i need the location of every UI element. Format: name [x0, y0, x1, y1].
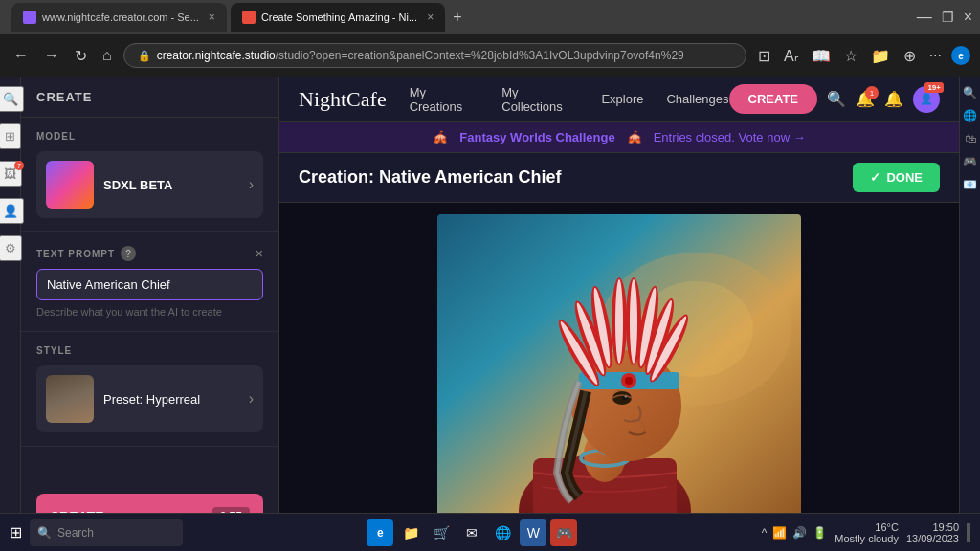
taskbar-edge[interactable]: e [367, 519, 393, 546]
start-button[interactable]: ⊞ [10, 523, 22, 541]
tray-network[interactable]: 📶 [772, 526, 787, 540]
app-container: 🔍 ⊞ 🖼 7 👤 ⚙ CREATE MODEL SDXL BETA › [0, 77, 980, 551]
tray-arrow[interactable]: ^ [762, 526, 768, 540]
system-tray-icons: ^ 📶 🔊 🔋 [762, 526, 828, 540]
model-thumbnail [46, 161, 94, 209]
header-bell-button[interactable]: 🔔 [884, 90, 903, 108]
model-card[interactable]: SDXL BETA › [36, 151, 263, 218]
read-aloud-button[interactable]: 📖 [808, 43, 835, 69]
sidebar-grid-button[interactable]: ⊞ [0, 123, 21, 149]
sidebar-search-button[interactable]: 🔍 [0, 86, 24, 112]
favorites-button[interactable]: ☆ [840, 43, 861, 69]
taskbar-search-label[interactable]: Search [57, 526, 94, 540]
nav-my-creations[interactable]: My Creations [410, 85, 479, 114]
style-thumbnail [46, 375, 94, 423]
browser-tab-1[interactable]: www.nightcafe.creator.com - Se... × [11, 3, 227, 32]
svg-point-24 [615, 279, 623, 364]
tab1-label: www.nightcafe.creator.com - Se... [42, 11, 199, 23]
notification-count: 1 [865, 86, 879, 99]
right-sidebar-search[interactable]: 🔍 [963, 86, 977, 99]
close-icon[interactable]: × [964, 9, 972, 26]
weather-temp: 16°C [835, 521, 899, 533]
taskbar-search[interactable]: 🔍 Search [30, 519, 183, 546]
sidebar-image-button[interactable]: 🖼 7 [0, 161, 22, 187]
header-right: CREATE 🔍 🔔 1 🔔 👤 19+ [729, 84, 940, 114]
forward-button[interactable]: → [40, 43, 63, 68]
taskbar: ⊞ 🔍 Search e 📁 🛒 ✉ 🌐 W 🎮 ^ 📶 🔊 🔋 16°C Mo… [0, 513, 980, 551]
header-notification-button[interactable]: 🔔 1 [856, 90, 875, 108]
new-tab-button[interactable]: + [453, 9, 461, 26]
browser-chrome: www.nightcafe.creator.com - Se... × Crea… [0, 0, 980, 77]
tab2-close[interactable]: × [427, 11, 434, 24]
clock: 19:50 13/09/2023 [906, 521, 959, 544]
collections-button[interactable]: 📁 [867, 43, 894, 69]
prompt-help-icon[interactable]: ? [121, 246, 136, 261]
browser-menu[interactable]: ··· [925, 43, 946, 68]
content-area: 🎪 Fantasy Worlds Challenge 🎪 Entries clo… [279, 122, 959, 551]
browser-titlebar: www.nightcafe.creator.com - Se... × Crea… [0, 0, 980, 34]
tab2-label: Create Something Amazing - Ni... [261, 11, 417, 23]
done-button[interactable]: ✓ DONE [853, 163, 940, 192]
clock-date: 13/09/2023 [906, 533, 959, 544]
back-button[interactable]: ← [10, 43, 33, 68]
taskbar-search-icon: 🔍 [37, 526, 52, 540]
browser-tab-2[interactable]: Create Something Amazing - Ni... × [231, 3, 445, 32]
right-sidebar-discover[interactable]: 🌐 [963, 109, 977, 122]
address-text: creator.nightcafe.studio/studio?open=cre… [157, 49, 684, 62]
header-search-icon[interactable]: 🔍 [827, 90, 846, 108]
style-arrow-icon: › [249, 390, 254, 408]
immersive-reader-button[interactable]: Aᵣ [780, 43, 802, 69]
prompt-input[interactable] [36, 269, 263, 300]
show-desktop-button[interactable] [967, 523, 970, 542]
refresh-button[interactable]: ↻ [71, 43, 91, 69]
model-arrow-icon: › [249, 176, 254, 193]
nav-my-collections[interactable]: My Collections [501, 85, 578, 114]
window-controls-bar: — ❐ × [917, 9, 972, 26]
browser-toolbar: ← → ↻ ⌂ 🔒 creator.nightcafe.studio/studi… [0, 34, 980, 77]
creation-title: Creation: Native American Chief [299, 167, 561, 187]
taskbar-store[interactable]: 🛒 [428, 519, 455, 546]
weather-desc: Mostly cloudy [835, 533, 899, 544]
svg-point-11 [612, 391, 632, 405]
style-section-label: STYLE [36, 345, 263, 356]
user-avatar-wrap: 👤 19+ [913, 86, 940, 113]
style-card[interactable]: Preset: Hyperreal › [36, 365, 263, 432]
challenge-vote-link[interactable]: Entries closed. Vote now → [654, 130, 806, 144]
edge-logo: e [951, 46, 970, 65]
taskbar-mail[interactable]: ✉ [458, 519, 485, 546]
done-check-icon: ✓ [870, 170, 880, 185]
right-sidebar-games[interactable]: 🎮 [963, 155, 977, 168]
taskbar-explorer[interactable]: 📁 [397, 519, 424, 546]
nav-challenges[interactable]: Challenges [666, 92, 728, 106]
creation-titlebar: Creation: Native American Chief ✓ DONE [279, 153, 959, 203]
nav-explore[interactable]: Explore [601, 92, 643, 106]
tab1-close[interactable]: × [209, 11, 215, 24]
taskbar-app1[interactable]: W [520, 519, 546, 546]
right-sidebar-outlook[interactable]: 📧 [963, 178, 977, 191]
tray-volume[interactable]: 🔊 [792, 526, 807, 540]
model-section: MODEL SDXL BETA › [21, 118, 278, 232]
challenge-title: Fantasy Worlds Challenge [459, 130, 614, 144]
minimize-icon[interactable]: — [917, 9, 932, 26]
tab1-favicon [23, 11, 36, 24]
taskbar-app2[interactable]: 🎮 [550, 519, 577, 546]
address-bar[interactable]: 🔒 creator.nightcafe.studio/studio?open=c… [123, 43, 746, 68]
prompt-close-button[interactable]: × [256, 246, 263, 261]
age-badge: 19+ [924, 82, 944, 93]
restore-icon[interactable]: ❐ [942, 10, 954, 25]
split-view-button[interactable]: ⊡ [754, 43, 774, 69]
svg-point-26 [630, 279, 637, 364]
icon-sidebar: 🔍 ⊞ 🖼 7 👤 ⚙ [0, 77, 21, 551]
taskbar-browser2[interactable]: 🌐 [489, 519, 516, 546]
browser-extensions[interactable]: ⊕ [900, 43, 920, 69]
sidebar-person-button[interactable]: 👤 [0, 198, 24, 224]
home-button[interactable]: ⌂ [99, 43, 116, 68]
sidebar-settings-button[interactable]: ⚙ [0, 235, 22, 261]
taskbar-left: ⊞ 🔍 Search [10, 519, 183, 546]
prompt-section-label: TEXT PROMPT [36, 249, 115, 259]
header-create-button[interactable]: CREATE [729, 84, 817, 114]
right-sidebar-shopping[interactable]: 🛍 [965, 132, 976, 145]
tab2-favicon [242, 11, 256, 24]
left-panel-header: CREATE [21, 77, 278, 118]
challenge-emoji1: 🎪 [433, 130, 448, 144]
